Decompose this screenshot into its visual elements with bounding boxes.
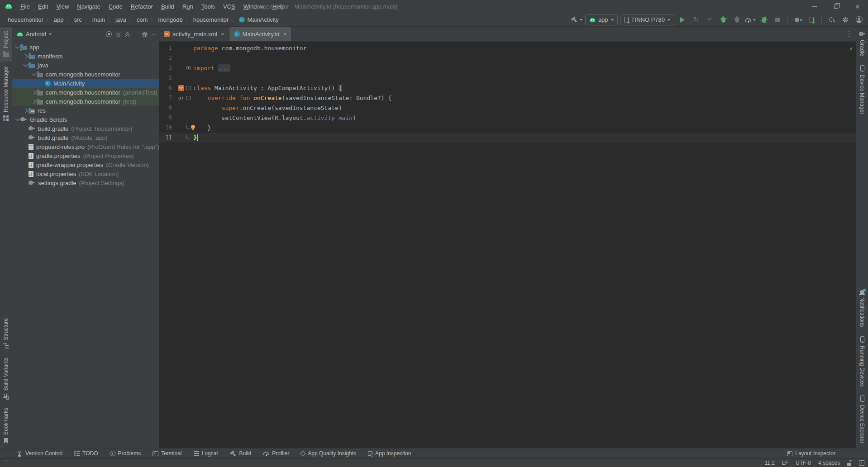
gradle-sync-button[interactable] xyxy=(792,14,803,25)
code-line-5[interactable]: 5 xyxy=(159,73,856,83)
menu-code[interactable]: Code xyxy=(105,0,127,13)
fold-collapse-icon[interactable] xyxy=(186,96,191,100)
unlock-icon[interactable] xyxy=(847,460,852,466)
panel-settings-gear-icon[interactable] xyxy=(142,31,148,38)
breadcrumb-item-app[interactable]: app xyxy=(52,16,65,23)
tree-chevron-open[interactable] xyxy=(15,117,20,121)
fold-marker[interactable] xyxy=(185,86,191,90)
override-gutter-icon[interactable]: o↑ xyxy=(177,95,185,100)
breadcrumb-item-src[interactable]: src xyxy=(72,16,83,23)
tree-item-app[interactable]: app xyxy=(12,43,159,52)
apply-changes-button[interactable]: ↻ xyxy=(691,14,701,25)
breadcrumb-item-main[interactable]: main xyxy=(91,16,106,23)
tree-item-mainactivity[interactable]: MainActivity xyxy=(12,79,159,88)
breadcrumb-item-housemonitor[interactable]: housemonitor xyxy=(192,16,230,23)
toolwindow-terminal[interactable]: Terminal xyxy=(153,450,181,457)
toolwindow-app-quality-insights[interactable]: App Quality Insights xyxy=(301,450,356,457)
indent-indicator[interactable]: 4 spaces xyxy=(818,460,840,466)
editor-body[interactable]: ✔ 1package com.mongodb.housemonitor23imp… xyxy=(159,42,856,448)
tree-chevron-closed[interactable] xyxy=(24,108,28,113)
tree-chevron-closed[interactable] xyxy=(32,90,36,95)
locate-file-icon[interactable] xyxy=(106,31,112,37)
code-line-6[interactable]: 6class MainActivity : AppCompatActivity(… xyxy=(159,83,856,93)
toolwindow-build[interactable]: Build xyxy=(230,450,252,457)
tree-item-gradle-wrapper-properties[interactable]: gradle-wrapper.properties(Gradle Version… xyxy=(12,160,159,169)
stripe-button-structure[interactable]: Structure xyxy=(0,314,12,353)
breadcrumb-item-java[interactable]: java xyxy=(114,16,128,23)
collapse-all-icon[interactable] xyxy=(124,32,130,37)
encoding-indicator[interactable]: UTF-8 xyxy=(796,460,811,466)
profile-restart-button[interactable] xyxy=(758,14,769,25)
stripe-button-running-devices[interactable]: Running Devices xyxy=(856,332,868,391)
profiler-button[interactable] xyxy=(745,14,756,25)
tree-chevron-closed[interactable] xyxy=(32,99,36,104)
close-button[interactable]: ✕ xyxy=(847,0,868,13)
tree-chevron-open[interactable] xyxy=(24,62,28,67)
tree-item-gradle-scripts[interactable]: Gradle Scripts xyxy=(12,115,159,124)
intention-bulb-icon[interactable] xyxy=(191,125,195,129)
layout-gutter-icon[interactable] xyxy=(177,85,185,91)
caret-position[interactable]: 11:2 xyxy=(764,460,774,466)
breadcrumb-item-mainactivity[interactable]: MainActivity xyxy=(238,16,280,23)
toolwindow-profiler[interactable]: Profiler xyxy=(263,450,289,457)
tree-item-local-properties[interactable]: local.properties(SDK Location) xyxy=(12,169,159,178)
menu-refactor[interactable]: Refactor xyxy=(127,0,157,13)
build-menu-button[interactable] xyxy=(571,14,582,25)
toolwindow-app-inspection[interactable]: App Inspection xyxy=(368,450,411,457)
tree-chevron-open[interactable] xyxy=(15,44,20,49)
fold-expand-icon[interactable] xyxy=(186,66,191,70)
breadcrumb-item-housemonitor[interactable]: housemonitor xyxy=(6,16,45,23)
module-selector[interactable]: app xyxy=(585,14,618,25)
toolwindow-logcat[interactable]: Logcat xyxy=(194,450,218,457)
debug-button[interactable] xyxy=(718,14,729,25)
code-line-1[interactable]: 1package com.mongodb.housemonitor xyxy=(159,43,856,53)
menu-file[interactable]: File xyxy=(16,0,34,13)
toolwindow-layout-inspector[interactable]: Layout Inspector xyxy=(787,450,835,457)
search-everywhere-button[interactable] xyxy=(826,14,837,25)
editor-more-icon[interactable]: ⋮ xyxy=(843,27,856,41)
fold-marker[interactable] xyxy=(185,137,191,138)
restore-button[interactable] xyxy=(825,0,847,13)
tab-activity-main-xml[interactable]: activity_main.xml× xyxy=(159,27,229,41)
code-line-7[interactable]: 7o↑ override fun onCreate(savedInstanceS… xyxy=(159,93,856,103)
tree-item-proguard-rules-pro[interactable]: proguard-rules.pro(ProGuard Rules for ":… xyxy=(12,142,159,151)
tree-item-java[interactable]: java xyxy=(12,61,159,70)
apply-code-changes-button[interactable]: ≡ xyxy=(704,14,715,25)
stop-button[interactable] xyxy=(772,14,783,25)
project-view-selector[interactable]: Android xyxy=(26,31,46,38)
stripe-button-gradle[interactable]: Gradle xyxy=(856,27,868,61)
tab-mainactivity-kt[interactable]: MainActivity.kt× xyxy=(229,27,292,41)
device-selector[interactable]: TINNO P780 xyxy=(620,14,674,25)
stripe-button-device-manager[interactable]: Device Manager xyxy=(856,61,868,119)
tree-item-build-gradle[interactable]: build.gradle(Module :app) xyxy=(12,133,159,142)
tree-chevron-open[interactable] xyxy=(32,71,36,76)
tree-item-gradle-properties[interactable]: gradle.properties(Project Properties) xyxy=(12,151,159,160)
menu-navigate[interactable]: Navigate xyxy=(73,0,104,13)
tree-chevron-closed[interactable] xyxy=(24,54,28,58)
tool-window-switcher-icon[interactable] xyxy=(3,461,8,465)
fold-marker[interactable] xyxy=(185,127,191,129)
minimize-button[interactable] xyxy=(804,0,825,13)
breadcrumb-item-mongodb[interactable]: mongodb xyxy=(157,16,184,23)
code-line-11[interactable]: 11} xyxy=(159,133,856,143)
code-line-2[interactable]: 2 xyxy=(159,53,856,63)
stripe-button-notifications[interactable]: Notifications xyxy=(856,286,868,331)
menu-build[interactable]: Build xyxy=(157,0,178,13)
hide-panel-icon[interactable] xyxy=(152,34,156,35)
chevron-down-icon[interactable] xyxy=(49,33,52,35)
breadcrumb-item-com[interactable]: com xyxy=(135,16,149,23)
fold-marker[interactable] xyxy=(185,66,191,70)
tree-item-com-mongodb-housemonitor[interactable]: com.mongodb.housemonitor xyxy=(12,70,159,79)
code-line-9[interactable]: 9 setContentView(R.layout.activity_main) xyxy=(159,113,856,123)
toolwindow-version-control[interactable]: Version Control xyxy=(17,450,62,457)
settings-button[interactable] xyxy=(840,14,851,25)
notifications-status-icon[interactable] xyxy=(859,460,864,466)
attach-debugger-button[interactable] xyxy=(731,14,742,25)
fold-marker[interactable] xyxy=(185,96,191,100)
menu-tools[interactable]: Tools xyxy=(197,0,219,13)
run-button[interactable] xyxy=(677,14,688,25)
device-manager-button[interactable] xyxy=(806,14,817,25)
profile-account-button[interactable] xyxy=(854,14,864,25)
tree-item-manifests[interactable]: manifests xyxy=(12,52,159,61)
toolwindow-todo[interactable]: TODO xyxy=(74,450,98,457)
